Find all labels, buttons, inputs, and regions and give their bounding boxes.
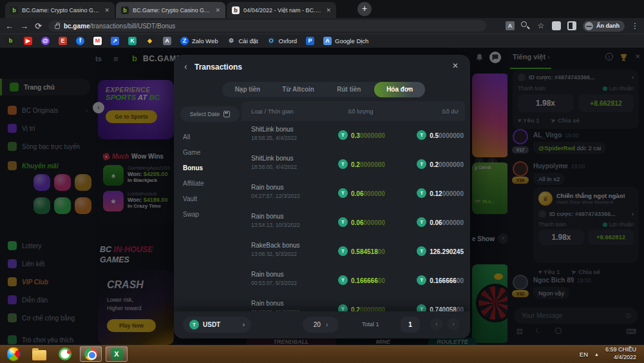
forward-icon[interactable]: → [20,22,28,30]
filter-vault[interactable]: Vault [183,195,197,202]
chrome-icon [84,348,97,360]
table-row[interactable]: ShitLink bonus18:58:25, 4/4/2022T0.30000… [242,121,465,150]
browser-tab[interactable]: bBC.Game: Crypto Casino Games &✕ [116,2,225,18]
chevron-right-icon: › [326,321,328,328]
tab-favicon-icon: b [10,6,18,14]
bookmark-item[interactable]: M [93,37,102,45]
new-tab-button[interactable]: + [357,2,372,16]
row-time: 18:58:00, 4/4/2022 [251,164,297,170]
tab-r-t-ti-n[interactable]: Rút tiền [324,82,375,97]
page-size-selector[interactable]: 20 › [303,317,339,333]
prev-page-button[interactable]: ‹ [430,318,443,331]
bookmark-item[interactable]: b [6,37,15,45]
row-balance: T0.16666600 [417,274,464,286]
tether-icon: T [338,159,348,169]
bookmark-item[interactable]: E [59,37,67,45]
incognito-badge[interactable]: Ẩn danh [583,21,625,32]
bookmark-item[interactable]: OOxford [267,37,298,45]
zoom-icon[interactable] [521,21,527,27]
row-balance: T0.06000000 [417,216,464,228]
page-number[interactable]: 1 [401,317,420,333]
tab-t-altcoin[interactable]: Từ Altcoin [273,82,324,97]
bookmark-item[interactable]: K [128,37,137,45]
back-icon[interactable]: ← [5,22,14,30]
bookmark-item[interactable]: P [306,37,314,45]
bookmark-star-icon[interactable]: ☆ [536,21,545,30]
tab-title: BC.Game: Crypto Casino Games & [133,7,211,14]
bookmark-label: Google Dịch [335,37,368,44]
bookmark-item[interactable]: f [76,37,84,45]
reload-icon[interactable]: ⟳ [35,22,42,30]
tab-close-icon[interactable]: ✕ [326,7,331,14]
filter-affiliate[interactable]: Affiliate [183,180,204,187]
side-panel-icon[interactable] [567,21,576,30]
modal-footer: T USDT › 20 › Total 1 1 ‹ › [174,311,470,338]
url-path: /transactions/bill/USDT/Bonus [90,23,175,30]
bookmark-favicon-icon: E [59,37,67,45]
row-balance: T0.12000000 [417,187,464,199]
modal-close-icon[interactable]: ✕ [452,61,459,70]
excel-taskbar-button[interactable]: X [106,346,128,362]
next-page-button[interactable]: › [447,318,460,331]
explorer-taskbar-button[interactable] [28,346,50,362]
extensions-icon[interactable] [552,21,561,30]
row-type: Rain bonus [251,213,284,220]
bookmark-item[interactable]: @ [41,37,50,45]
tab-close-icon[interactable]: ✕ [104,7,109,14]
bookmark-favicon-icon: A [163,37,171,45]
chrome-taskbar-button[interactable] [80,346,102,362]
total-label: Total 1 [362,321,379,328]
bookmark-item[interactable]: ZZalo Web [180,37,218,45]
table-row[interactable]: Rain bonus21:27:00, 15/2/2022T0.20000000… [242,295,465,311]
bookmark-favicon-icon: ▶ [24,37,32,45]
lock-icon[interactable] [55,25,60,29]
row-amount: T0.20000000 [338,158,385,170]
table-row[interactable]: Rain bonus00:53:07, 5/3/2022T0.16666600T… [242,266,465,295]
folder-icon [32,350,46,360]
url-host: bc.game [64,23,90,30]
start-button[interactable] [3,346,24,362]
browser-menu-icon[interactable]: ⋮ [631,21,639,30]
tab-h-a-n[interactable]: Hóa đơn [374,82,425,97]
filter-swap[interactable]: Swap [183,211,199,218]
table-row[interactable]: Rain bonus04:27:57, 12/3/2022T0.06000000… [242,179,465,208]
filter-bonus[interactable]: Bonus [183,164,203,172]
tab-close-icon[interactable]: ✕ [215,7,220,14]
select-date-button[interactable]: Select Date [180,106,240,122]
bookmark-item[interactable]: A [163,37,171,45]
row-time: 18:58:25, 4/4/2022 [251,135,297,141]
tether-icon: T [417,304,426,312]
row-time: 04:27:57, 12/3/2022 [251,193,300,199]
row-balance: T0.20000000 [417,158,464,170]
browser-toolbar: ← → ⟳ bc.game/transactions/bill/USDT/Bon… [0,18,644,34]
bookmark-item[interactable]: ↗ [111,37,119,45]
browser-tab[interactable]: bBC.Game: Crypto Casino Games &✕ [5,2,115,18]
taskbar-clock[interactable]: 6:59 CHIỀU 4/4/2022 [605,346,636,361]
bookmark-item[interactable]: ⚙Cài đặt [227,37,258,45]
table-row[interactable]: RakeBack bonus13:06:32, 5/3/2022T0.58451… [242,237,465,266]
tray-expand-icon[interactable]: ▲ [594,352,599,357]
currency-selector[interactable]: T USDT › [183,317,251,333]
translate-icon[interactable]: A [506,21,515,30]
tab-title: BC.Game: Crypto Casino Games & [22,7,100,14]
col-amount: Số lượng [348,108,374,115]
coccoc-taskbar-button[interactable] [54,346,76,362]
table-row[interactable]: ShitLink bonus18:58:00, 4/4/2022T0.20000… [242,150,465,179]
bookmark-item[interactable]: ▶ [24,37,32,45]
excel-icon: X [111,348,123,360]
url-bar[interactable]: bc.game/transactions/bill/USDT/Bonus [48,20,486,32]
browser-tab[interactable]: b04/04/2022 - Việt nam - BC.Gam✕ [227,2,336,18]
transactions-table: ShitLink bonus18:58:25, 4/4/2022T0.30000… [242,121,465,311]
tether-icon: T [417,159,426,169]
table-row[interactable]: Rain bonus13:54:13, 10/3/2022T0.06000000… [242,208,465,237]
bookmark-item[interactable]: ◆ [146,37,154,45]
modal-back-icon[interactable]: ‹ [184,61,187,72]
filter-all[interactable]: All [183,133,190,141]
tab-n-p-ti-n[interactable]: Nạp tiền [222,82,273,97]
filter-game[interactable]: Game [183,149,200,156]
system-tray: EN ▲ 6:59 CHIỀU 4/4/2022 [580,346,641,361]
language-indicator[interactable]: EN [580,351,588,358]
coccoc-icon [59,348,71,360]
row-balance: T0.74005800 [417,303,464,311]
bookmark-item[interactable]: AGoogle Dịch [323,37,368,45]
